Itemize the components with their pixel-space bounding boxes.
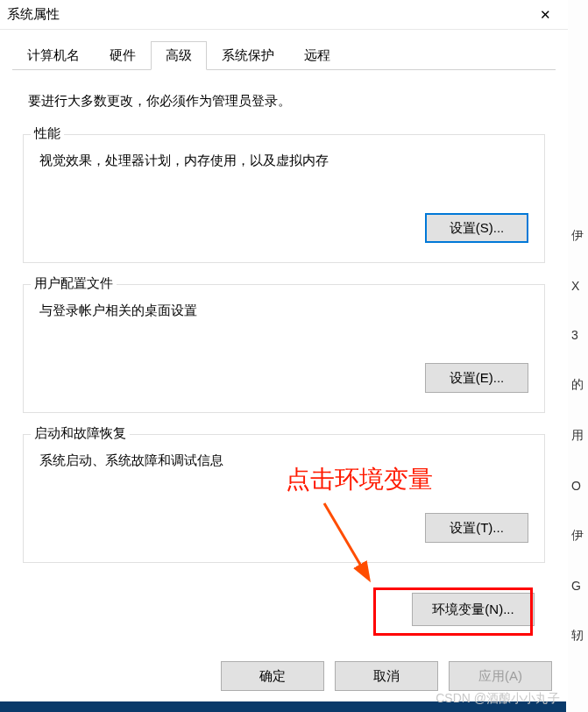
group-performance-title: 性能 [31, 125, 64, 142]
tab-advanced[interactable]: 高级 [151, 41, 207, 70]
dialog-title: 系统属性 [7, 6, 529, 23]
group-user-profiles: 用户配置文件 与登录帐户相关的桌面设置 设置(E)... [23, 284, 545, 413]
apply-button[interactable]: 应用(A) [449, 661, 552, 691]
admin-notice: 要进行大多数更改，你必须作为管理员登录。 [23, 93, 545, 110]
tab-bar: 计算机名 硬件 高级 系统保护 远程 [12, 40, 556, 70]
close-button[interactable]: ✕ [529, 3, 561, 27]
group-startup-desc: 系统启动、系统故障和调试信息 [39, 452, 528, 469]
tab-system-protection[interactable]: 系统保护 [207, 41, 289, 70]
group-startup-title: 启动和故障恢复 [31, 425, 130, 442]
watermark: CSDN @酒酿小小丸子 [436, 691, 560, 707]
tab-content-advanced: 要进行大多数更改，你必须作为管理员登录。 性能 视觉效果，处理器计划，内存使用，… [12, 70, 556, 637]
tab-hardware[interactable]: 硬件 [95, 41, 151, 70]
cancel-button[interactable]: 取消 [335, 661, 438, 691]
group-performance: 性能 视觉效果，处理器计划，内存使用，以及虚拟内存 设置(S)... [23, 134, 545, 263]
tab-remote[interactable]: 远程 [289, 41, 345, 70]
startup-settings-button[interactable]: 设置(T)... [425, 513, 528, 543]
group-startup-recovery: 启动和故障恢复 系统启动、系统故障和调试信息 设置(T)... [23, 434, 545, 563]
environment-variables-button[interactable]: 环境变量(N)... [412, 593, 535, 626]
group-profiles-title: 用户配置文件 [31, 275, 117, 292]
group-performance-desc: 视觉效果，处理器计划，内存使用，以及虚拟内存 [39, 153, 528, 169]
system-properties-dialog: 系统属性 ✕ 计算机名 硬件 高级 系统保护 远程 要进行大多数更改，你必须作为… [0, 0, 568, 701]
background-strip: 伊X3的用O伊G轫 [566, 0, 588, 712]
ok-button[interactable]: 确定 [221, 661, 324, 691]
group-profiles-desc: 与登录帐户相关的桌面设置 [39, 303, 528, 319]
titlebar: 系统属性 ✕ [0, 0, 568, 30]
performance-settings-button[interactable]: 设置(S)... [425, 213, 528, 243]
tab-computer-name[interactable]: 计算机名 [12, 41, 95, 70]
profiles-settings-button[interactable]: 设置(E)... [425, 363, 528, 393]
